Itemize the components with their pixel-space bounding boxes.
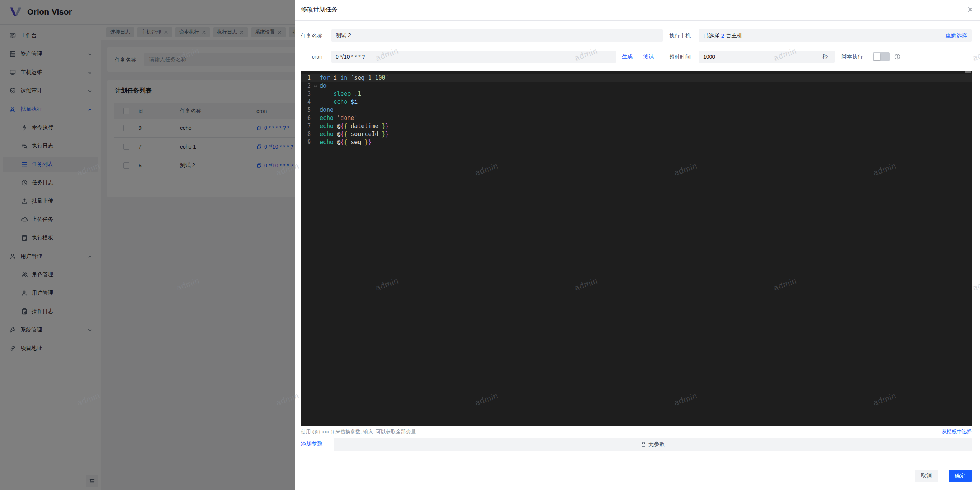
timeout-unit: 秒 xyxy=(822,51,828,63)
editor-scrollbar-marker xyxy=(965,71,971,73)
drawer-header: 修改计划任务 xyxy=(295,0,980,21)
cron-input[interactable] xyxy=(331,51,616,63)
host-selected-suffix: 台主机 xyxy=(726,32,742,39)
cancel-button[interactable]: 取消 xyxy=(915,470,938,482)
reselect-hosts-link[interactable]: 重新选择 xyxy=(946,32,967,39)
host-selected-prefix: 已选择 xyxy=(703,32,719,39)
test-cron-link[interactable]: 测试 xyxy=(643,53,654,60)
generate-cron-link[interactable]: 生成 xyxy=(622,53,633,60)
cron-actions: 生成 测试 xyxy=(622,51,654,63)
no-param-box: 无参数 xyxy=(334,438,972,451)
page: Orion Visor 工作台 资产管理 主机运维 运维审计 xyxy=(0,0,980,490)
help-icon[interactable] xyxy=(894,54,900,60)
drawer-footer: 取消 确定 xyxy=(295,462,980,490)
lock-icon xyxy=(641,442,646,447)
code-lines: 1for i in `seq 1 100`2do3 sleep .14 echo… xyxy=(301,74,972,146)
host-selected-count: 2 xyxy=(721,33,724,39)
confirm-button[interactable]: 确定 xyxy=(949,470,972,482)
edit-task-drawer: 修改计划任务 任务名称 执行主机 已选择 2 台主机 重新选择 cron 生成 … xyxy=(295,0,980,490)
indent-guide xyxy=(322,90,322,106)
from-template-link[interactable]: 从模板中选择 xyxy=(942,428,972,435)
cron-label: cron xyxy=(301,51,322,63)
timeout-input[interactable] xyxy=(699,51,835,63)
close-drawer-icon[interactable] xyxy=(966,6,974,13)
script-code-editor[interactable]: 1for i in `seq 1 100`2do3 sleep .14 echo… xyxy=(301,71,972,426)
no-param-text: 无参数 xyxy=(648,441,665,448)
exec-host-label: 执行主机 xyxy=(669,29,691,42)
add-param-link[interactable]: 添加参数 xyxy=(301,440,322,447)
editor-hint-row: 使用 @{{ xxx }} 来替换参数, 输入_可以获取全部变量 从模板中选择 xyxy=(301,428,972,436)
param-hint-text: 使用 @{{ xxx }} 来替换参数, 输入_可以获取全部变量 xyxy=(301,429,416,434)
script-exec-toggle[interactable] xyxy=(873,52,890,61)
exec-host-box: 已选择 2 台主机 重新选择 xyxy=(699,29,972,42)
drawer-title: 修改计划任务 xyxy=(301,6,338,14)
timeout-label: 超时时间 xyxy=(669,51,691,63)
task-name-input[interactable] xyxy=(331,29,663,42)
divider xyxy=(638,54,638,59)
script-exec-label: 脚本执行 xyxy=(841,51,863,63)
task-name-label: 任务名称 xyxy=(301,29,322,42)
toggle-knob xyxy=(874,53,880,60)
